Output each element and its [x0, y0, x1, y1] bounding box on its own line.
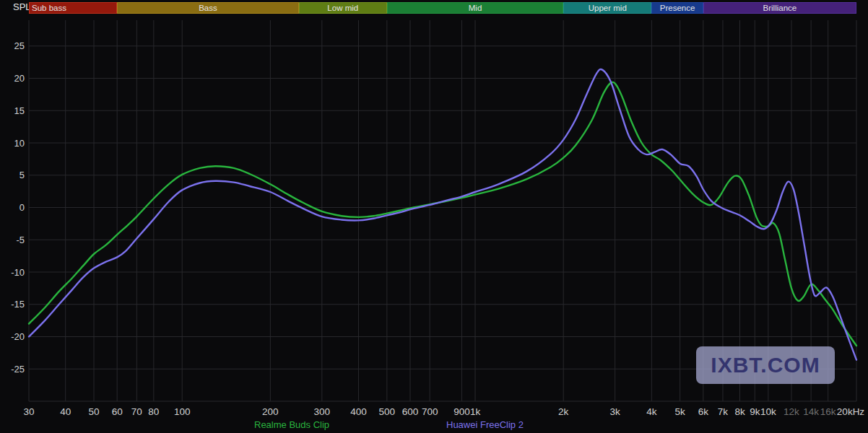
y-tick-label: -20: [11, 331, 25, 342]
x-tick-label: 30: [23, 406, 34, 417]
x-tick-label: 100: [174, 406, 191, 417]
x-tick-label: 200: [262, 406, 279, 417]
x-tick-label: 40: [60, 406, 71, 417]
x-tick-label: 50: [89, 406, 100, 417]
y-tick-label: 5: [19, 170, 25, 180]
x-tick-label: 3k: [610, 406, 621, 417]
series-curve-realme-buds-clip: [29, 82, 856, 346]
x-tick-label: 600: [402, 406, 419, 417]
x-tick-label: 80: [148, 406, 159, 417]
y-tick-label: -25: [11, 364, 25, 375]
x-tick-label: 70: [131, 406, 142, 417]
y-tick-label: 25: [14, 40, 25, 51]
x-tick-label: 7k: [718, 406, 729, 417]
x-tick-label: 16k: [820, 406, 836, 417]
x-tick-label: 900: [453, 406, 470, 417]
x-tick-label: 9k: [750, 406, 760, 417]
ixbt-watermark: IXBT.COM: [696, 346, 835, 384]
x-tick-label: 6k: [698, 406, 709, 417]
series-curve-huawei-freeclip-2: [29, 69, 856, 360]
legend-item-realme-buds-clip: Realme Buds Clip: [254, 419, 329, 430]
legend-item-huawei-freeclip-2: Huawei FreeClip 2: [446, 419, 524, 430]
x-tick-label: 8k: [734, 406, 745, 417]
x-tick-label: 2k: [558, 406, 569, 417]
x-tick-label: 14k: [803, 406, 819, 417]
y-tick-label: 10: [14, 138, 25, 149]
legend: Realme Buds Clip Huawei FreeClip 2: [0, 419, 868, 433]
x-tick-label: 12k: [784, 406, 799, 417]
y-tick-label: -15: [11, 299, 25, 310]
x-tick-label: 20kHz: [837, 406, 865, 417]
y-tick-label: -5: [16, 235, 25, 245]
y-tick-label: 0: [19, 202, 25, 213]
y-tick-label: 20: [14, 73, 25, 84]
x-tick-label: 10k: [760, 406, 776, 417]
x-tick-label: 5k: [675, 406, 686, 417]
x-tick-label: 300: [314, 406, 331, 417]
y-tick-label: -10: [11, 267, 25, 278]
x-tick-label: 400: [350, 406, 367, 417]
frequency-response-chart: SPL Sub bassBassLow midMidUpper midPrese…: [0, 0, 868, 433]
x-tick-label: 60: [112, 406, 123, 417]
x-tick-label: 4k: [646, 406, 657, 417]
x-tick-label: 1k: [470, 406, 481, 417]
x-tick-label: 700: [422, 406, 438, 417]
y-tick-label: 15: [14, 105, 25, 116]
x-tick-label: 500: [379, 406, 396, 417]
